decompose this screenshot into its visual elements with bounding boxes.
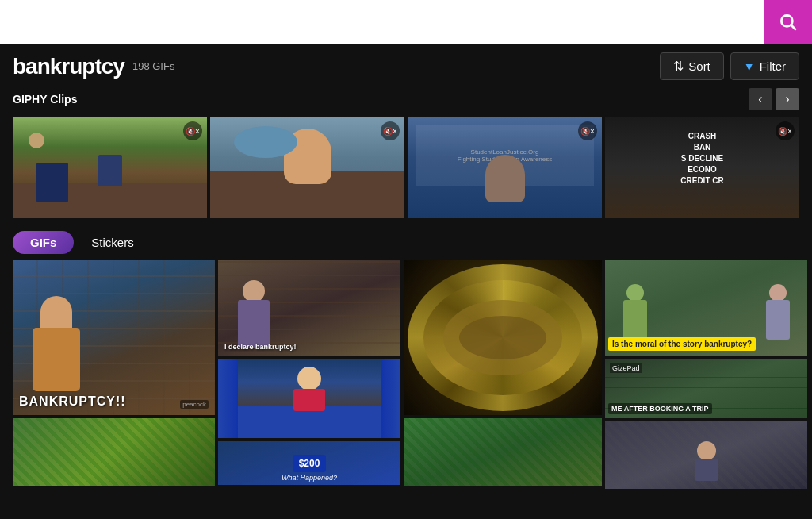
clip-sound-1[interactable]: 🔇× — [183, 121, 202, 140]
gif-item[interactable]: I declare bankruptcy! — [218, 260, 400, 356]
clips-nav: ‹ › — [749, 88, 799, 110]
sort-label: Sort — [688, 60, 710, 73]
dollar-overlay: $200 — [293, 455, 327, 472]
tab-gifs[interactable]: GIFs — [13, 231, 74, 254]
clips-header: GIPHY Clips ‹ › — [13, 88, 799, 110]
clip-overlay-text: CRASHBANS DECLINEECONOCREDIT CR — [605, 125, 799, 193]
sort-icon: ⇅ — [673, 59, 684, 74]
clip-item[interactable]: 🔇× — [210, 117, 404, 218]
svg-line-1 — [791, 25, 796, 30]
clips-grid: 🔇× 🔇× StudentLoanJustice.OrgFighting Stu… — [13, 117, 799, 218]
search-icon — [778, 12, 799, 33]
page-title: bankruptcy — [13, 54, 124, 79]
search-button[interactable] — [764, 0, 812, 44]
gif-item[interactable]: Is the moral of the story bankruptcy? — [605, 260, 807, 356]
svg-point-0 — [781, 15, 792, 26]
clips-title: GIPHY Clips — [13, 93, 77, 106]
gif-col-3 — [404, 260, 602, 489]
gif-item[interactable]: BANKRUPTCY!! peacock — [13, 260, 215, 415]
clip-sound-4[interactable]: 🔇× — [776, 121, 795, 140]
search-input[interactable]: bankruptcy — [0, 0, 764, 44]
gif-overlay-text: I declare bankruptcy! — [224, 343, 297, 351]
gif-item[interactable]: $200 What Happened? — [218, 441, 400, 485]
gif-item[interactable] — [404, 418, 602, 486]
gif-count: 198 GIFs — [132, 60, 174, 72]
gif-item[interactable] — [218, 359, 400, 438]
filter-button[interactable]: ▼ Filter — [730, 52, 799, 80]
gif-overlay-text: BANKRUPTCY!! — [19, 394, 126, 409]
tabs-row: GIFs Stickers — [0, 225, 812, 260]
clip-sound-2[interactable]: 🔇× — [381, 121, 400, 140]
sort-button[interactable]: ⇅ Sort — [660, 52, 724, 80]
gif-col-4: Is the moral of the story bankruptcy? Gi… — [605, 260, 807, 489]
gifs-grid: BANKRUPTCY!! peacock I declare bankruptc… — [0, 260, 812, 489]
gif-col-1: BANKRUPTCY!! peacock — [13, 260, 215, 489]
clip-item[interactable]: 🔇× — [13, 117, 207, 218]
clip-item[interactable]: CRASHBANS DECLINEECONOCREDIT CR 🔇× — [605, 117, 799, 218]
tab-stickers[interactable]: Stickers — [83, 231, 141, 254]
gif-item[interactable] — [13, 418, 215, 486]
filter-icon: ▼ — [744, 60, 755, 73]
gif-item[interactable] — [605, 421, 807, 489]
clips-prev-button[interactable]: ‹ — [749, 88, 772, 110]
gif-overlay-yellow: Is the moral of the story bankruptcy? — [608, 337, 756, 351]
filter-label: Filter — [760, 60, 786, 73]
clips-section: GIPHY Clips ‹ › 🔇× — [0, 88, 812, 225]
search-bar: bankruptcy — [0, 0, 812, 44]
gif-overlay-small: ME AFTER BOOKING A TRIP — [608, 403, 712, 414]
peacock-badge: peacock — [180, 400, 209, 409]
clip-item[interactable]: StudentLoanJustice.OrgFighting Student L… — [408, 117, 602, 218]
gif-item[interactable]: GizePad ME AFTER BOOKING A TRIP — [605, 359, 807, 418]
what-happened-label: What Happened? — [282, 474, 337, 482]
clips-next-button[interactable]: › — [776, 88, 799, 110]
gif-col-2: I declare bankruptcy! $200 What Happened… — [218, 260, 400, 489]
clip-sound-3[interactable]: 🔇× — [578, 121, 597, 140]
gif-item[interactable] — [404, 260, 602, 415]
header-actions: ⇅ Sort ▼ Filter — [660, 52, 799, 80]
header-row: bankruptcy 198 GIFs ⇅ Sort ▼ Filter — [0, 44, 812, 88]
